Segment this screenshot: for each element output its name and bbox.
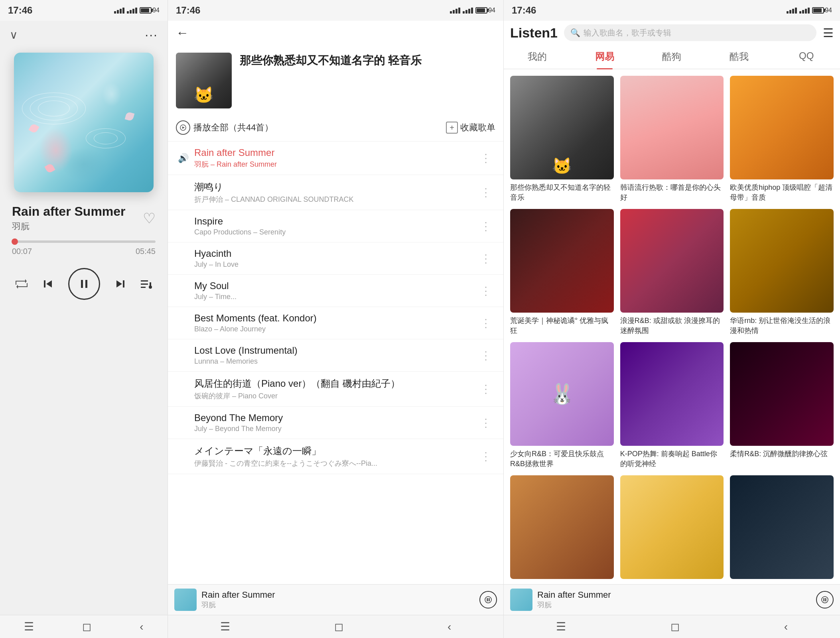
hamburger-menu-icon[interactable]: ☰ bbox=[823, 26, 834, 40]
grid-thumb-11 bbox=[730, 475, 834, 579]
grid-thumb-5 bbox=[730, 209, 834, 313]
more-options-button[interactable]: ··· bbox=[145, 28, 158, 42]
nav-home-icon-2[interactable]: ◻ bbox=[334, 620, 343, 633]
grid-thumb-4 bbox=[620, 209, 724, 313]
mini-play-button-3[interactable] bbox=[816, 591, 834, 608]
song-item-info-4: My Soul July – Time... bbox=[194, 280, 476, 301]
mini-pause-icon-2 bbox=[485, 596, 492, 603]
album-art-overlay bbox=[14, 53, 154, 192]
grid-item-7[interactable]: K-POP热舞: 前奏响起 Battle你的听觉神经 bbox=[620, 342, 724, 469]
grid-item-8[interactable]: 柔情R&B: 沉醉微醺韵律撩心弦 bbox=[730, 342, 834, 469]
next-icon bbox=[113, 277, 127, 291]
song-sub-5: Blazo – Alone Journey bbox=[194, 325, 476, 333]
song-item-5[interactable]: Best Moments (feat. Kondor) Blazo – Alon… bbox=[168, 307, 503, 339]
album-art bbox=[14, 53, 154, 192]
heart-button[interactable]: ♡ bbox=[143, 210, 156, 227]
song-title-2: Inspire bbox=[194, 216, 476, 227]
tab-kugou[interactable]: 酷狗 bbox=[638, 45, 706, 69]
repeat-button[interactable] bbox=[15, 278, 28, 289]
nav-back-icon-2[interactable]: ‹ bbox=[448, 620, 451, 633]
grid-thumb-9 bbox=[510, 475, 614, 579]
grid-thumb-6: 🐰 bbox=[510, 342, 614, 446]
grid-item-4[interactable]: 浪漫R&B: 或甜或欲 浪漫撩耳的迷醉氛围 bbox=[620, 209, 724, 336]
song-item-8[interactable]: Beyond The Memory July – Beyond The Memo… bbox=[168, 407, 503, 439]
back-button[interactable]: ← bbox=[176, 26, 189, 40]
tab-netease[interactable]: 网易 bbox=[571, 45, 639, 69]
song-item-9[interactable]: メインテーマ「永遠の一瞬」 伊藤賢治 - この青空に約束を--ようこそつぐみ寮へ… bbox=[168, 439, 503, 474]
play-all-button[interactable]: 播放全部（共44首） bbox=[176, 120, 273, 135]
mini-title-3: Rain after Summer bbox=[537, 590, 811, 600]
song-title-9: メインテーマ「永遠の一瞬」 bbox=[194, 445, 476, 457]
mini-cover-3 bbox=[510, 589, 532, 611]
nav-bar-1: ☰ ◻ ‹ bbox=[0, 615, 168, 638]
grid-img-11 bbox=[730, 475, 834, 579]
grid-item-9[interactable] bbox=[510, 475, 614, 582]
song-more-5[interactable]: ⋮ bbox=[476, 317, 495, 330]
song-details: Rain after Summer 羽朊 bbox=[12, 204, 126, 232]
grid-item-3[interactable]: 荒诞美学｜神秘诡谲° 优雅与疯狂 bbox=[510, 209, 614, 336]
song-item-3[interactable]: Hyacinth July – In Love ⋮ bbox=[168, 242, 503, 275]
mini-artist-3: 羽朊 bbox=[537, 600, 811, 610]
prev-icon bbox=[41, 277, 55, 291]
nav-home-icon-3[interactable]: ◻ bbox=[670, 620, 680, 633]
nav-home-icon[interactable]: ◻ bbox=[82, 620, 91, 633]
grid-img-0 bbox=[510, 76, 614, 179]
tab-my[interactable]: 我的 bbox=[504, 45, 571, 69]
song-more-6[interactable]: ⋮ bbox=[476, 349, 495, 362]
grid-item-0[interactable]: 那些你熟悉却又不知道名字的轻音乐 bbox=[510, 76, 614, 203]
song-item-info-8: Beyond The Memory July – Beyond The Memo… bbox=[194, 412, 476, 433]
tab-kuwo[interactable]: 酷我 bbox=[706, 45, 773, 69]
song-more-8[interactable]: ⋮ bbox=[476, 416, 495, 429]
grid-item-2[interactable]: 欧美优质hiphop 顶级唱腔「超清母带」音质 bbox=[730, 76, 834, 203]
song-more-3[interactable]: ⋮ bbox=[476, 252, 495, 265]
status-bar-2: 17:46 94 bbox=[168, 0, 503, 21]
song-more-0[interactable]: ⋮ bbox=[476, 152, 495, 165]
song-more-1[interactable]: ⋮ bbox=[476, 186, 495, 199]
song-item-0[interactable]: 🔊 Rain after Summer 羽朊 – Rain after Summ… bbox=[168, 142, 503, 175]
song-item-info-0: Rain after Summer 羽朊 – Rain after Summer bbox=[194, 147, 476, 169]
song-more-4[interactable]: ⋮ bbox=[476, 284, 495, 297]
play-pause-button[interactable] bbox=[68, 268, 100, 300]
collect-label: 收藏歌单 bbox=[460, 122, 495, 134]
music-player-panel: 17:46 94 ∨ ··· bbox=[0, 0, 168, 638]
grid-item-5[interactable]: 华语rnb: 别让世俗淹没生活的浪漫和热情 bbox=[730, 209, 834, 336]
song-item-6[interactable]: Lost Love (Instrumental) Lunnna – Memori… bbox=[168, 339, 503, 372]
grid-label-2: 欧美优质hiphop 顶级唱腔「超清母带」音质 bbox=[730, 183, 834, 203]
status-time-2: 17:46 bbox=[176, 5, 200, 16]
chevron-down-icon[interactable]: ∨ bbox=[10, 28, 18, 41]
song-more-2[interactable]: ⋮ bbox=[476, 220, 495, 233]
song-item-info-9: メインテーマ「永遠の一瞬」 伊藤賢治 - この青空に約束を--ようこそつぐみ寮へ… bbox=[194, 445, 476, 468]
nav-menu-icon-3[interactable]: ☰ bbox=[556, 620, 566, 633]
nav-menu-icon[interactable]: ☰ bbox=[24, 620, 34, 633]
next-button[interactable] bbox=[113, 277, 127, 291]
previous-button[interactable] bbox=[41, 277, 55, 291]
progress-bar[interactable] bbox=[12, 240, 156, 243]
grid-img-7 bbox=[620, 342, 724, 446]
mini-play-button-2[interactable] bbox=[479, 591, 497, 608]
song-item-4[interactable]: My Soul July – Time... ⋮ bbox=[168, 275, 503, 307]
nav-back-icon[interactable]: ‹ bbox=[140, 620, 143, 633]
grid-container: 那些你熟悉却又不知道名字的轻音乐 韩语流行热歌：哪首是你的心头好 欧美优质hip… bbox=[510, 76, 834, 582]
grid-item-1[interactable]: 韩语流行热歌：哪首是你的心头好 bbox=[620, 76, 724, 203]
collect-button[interactable]: + 收藏歌单 bbox=[446, 122, 495, 134]
add-icon: + bbox=[446, 122, 458, 134]
song-more-9[interactable]: ⋮ bbox=[476, 450, 495, 463]
nav-back-icon-3[interactable]: ‹ bbox=[784, 620, 788, 633]
grid-item-11[interactable] bbox=[730, 475, 834, 582]
nav-menu-icon-2[interactable]: ☰ bbox=[220, 620, 230, 633]
status-bar-1: 17:46 94 bbox=[0, 0, 168, 21]
grid-item-10[interactable] bbox=[620, 475, 724, 582]
grid-item-6[interactable]: 🐰 少女向R&B：可爱且快乐鼓点 R&B拯救世界 bbox=[510, 342, 614, 469]
playlist-grid: 那些你熟悉却又不知道名字的轻音乐 韩语流行热歌：哪首是你的心头好 欧美优质hip… bbox=[504, 69, 840, 584]
mini-player-2[interactable]: Rain after Summer 羽朊 bbox=[168, 584, 503, 615]
progress-thumb[interactable] bbox=[12, 238, 18, 245]
search-box[interactable]: 🔍 输入歌曲名，歌手或专辑 bbox=[564, 24, 816, 41]
grid-label-5: 华语rnb: 别让世俗淹没生活的浪漫和热情 bbox=[730, 316, 834, 336]
playlist-button[interactable] bbox=[140, 278, 153, 289]
song-item-7[interactable]: 风居住的街道（Piano ver）（翻自 磯村由紀子） 饭碗的彼岸 – Pian… bbox=[168, 372, 503, 407]
song-more-7[interactable]: ⋮ bbox=[476, 382, 495, 396]
tab-qq[interactable]: QQ bbox=[773, 45, 840, 69]
mini-player-3[interactable]: Rain after Summer 羽朊 bbox=[504, 584, 840, 615]
song-item-1[interactable]: 潮鸣り 折戸伸治 – CLANNAD ORIGINAL SOUNDTRACK ⋮ bbox=[168, 175, 503, 210]
song-item-2[interactable]: Inspire Capo Productions – Serenity ⋮ bbox=[168, 210, 503, 242]
